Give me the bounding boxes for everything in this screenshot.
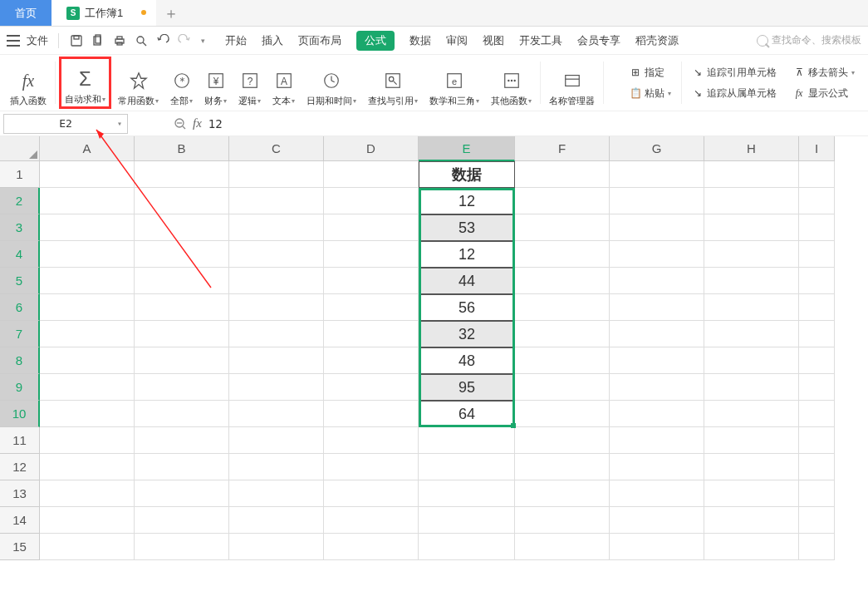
trace-dependents-button[interactable]: ↘追踪从属单元格 [687,85,782,102]
cell-A12[interactable] [40,454,135,480]
trace-precedents-button[interactable]: ↘追踪引用单元格 [687,64,782,81]
cell-H9[interactable] [704,374,799,401]
cells-area[interactable]: 数据125312445632489564 [40,161,835,560]
menu-tab-1[interactable]: 插入 [262,33,283,48]
column-headers[interactable]: ABCDEFGHI [40,136,835,161]
file-menu[interactable]: 文件 [27,33,48,48]
zoom-out-icon[interactable] [173,116,188,131]
row-header-3[interactable]: 3 [0,214,40,241]
cell-A9[interactable] [40,374,135,401]
dropdown-icon[interactable]: ▾ [199,33,207,48]
menu-tab-8[interactable]: 会员专享 [577,33,620,48]
cell-A6[interactable] [40,294,135,321]
cell-E8[interactable]: 48 [419,347,515,374]
cell-C15[interactable] [229,534,324,560]
cell-I8[interactable] [799,347,835,374]
cell-C7[interactable] [229,321,324,347]
cell-G13[interactable] [610,480,704,507]
menu-tab-2[interactable]: 页面布局 [298,33,341,48]
cell-I3[interactable] [799,214,835,241]
redo-icon[interactable] [177,33,192,48]
cell-E11[interactable] [419,427,515,454]
ribbon-logic[interactable]: ?逻辑▾ [233,57,266,109]
cell-F5[interactable] [515,268,610,294]
cell-D7[interactable] [324,321,419,347]
ribbon-finance[interactable]: ¥财务▾ [199,57,232,109]
cell-E10[interactable]: 64 [419,401,515,427]
row-header-13[interactable]: 13 [0,480,40,507]
print-icon[interactable] [112,33,127,48]
cell-E6[interactable]: 56 [419,294,515,321]
cell-F8[interactable] [515,347,610,374]
select-all-corner[interactable] [0,136,40,161]
cell-D10[interactable] [324,401,419,427]
cell-C4[interactable] [229,241,324,268]
name-box[interactable]: E2 ▾ [3,114,128,134]
cell-E1[interactable]: 数据 [419,161,515,188]
cell-F11[interactable] [515,427,610,454]
cell-F3[interactable] [515,214,610,241]
cell-G1[interactable] [610,161,704,188]
menu-tab-4[interactable]: 数据 [409,33,431,48]
save-icon[interactable] [69,33,84,48]
row-header-4[interactable]: 4 [0,241,40,268]
col-header-G[interactable]: G [610,136,704,161]
cell-I13[interactable] [799,480,835,507]
cell-F15[interactable] [515,534,610,560]
cell-I6[interactable] [799,294,835,321]
cell-I15[interactable] [799,534,835,560]
cell-I14[interactable] [799,507,835,534]
cell-F4[interactable] [515,241,610,268]
cell-E4[interactable]: 12 [419,241,515,268]
cell-C6[interactable] [229,294,324,321]
cell-H8[interactable] [704,347,799,374]
col-header-B[interactable]: B [135,136,229,161]
command-search[interactable]: 查找命令、搜索模板 [757,33,861,47]
ribbon-text[interactable]: A文本▾ [267,57,300,109]
cell-H13[interactable] [704,480,799,507]
cell-A7[interactable] [40,321,135,347]
cell-F2[interactable] [515,188,610,214]
cell-E15[interactable] [419,534,515,560]
undo-icon[interactable] [155,33,170,48]
ribbon-lookup[interactable]: 查找与引用▾ [363,57,423,109]
cell-F9[interactable] [515,374,610,401]
cell-H10[interactable] [704,401,799,427]
col-header-I[interactable]: I [799,136,835,161]
menu-tab-7[interactable]: 开发工具 [519,33,562,48]
ribbon-all[interactable]: ＊全部▾ [165,57,198,109]
cell-A13[interactable] [40,480,135,507]
cell-D11[interactable] [324,427,419,454]
menu-tab-0[interactable]: 开始 [225,33,247,48]
cell-F7[interactable] [515,321,610,347]
cell-D4[interactable] [324,241,419,268]
cell-D13[interactable] [324,480,419,507]
row-header-11[interactable]: 11 [0,427,40,454]
cell-D9[interactable] [324,374,419,401]
cell-E13[interactable] [419,480,515,507]
menu-tab-3[interactable]: 公式 [356,31,395,51]
cell-G6[interactable] [610,294,704,321]
ribbon-autosum[interactable]: Σ自动求和▾ [59,57,111,109]
menu-tab-5[interactable]: 审阅 [446,33,468,48]
col-header-E[interactable]: E [419,136,515,161]
cell-A2[interactable] [40,188,135,214]
cell-G7[interactable] [610,321,704,347]
cell-C9[interactable] [229,374,324,401]
cell-F12[interactable] [515,454,610,480]
cell-F10[interactable] [515,401,610,427]
cell-E3[interactable]: 53 [419,214,515,241]
cell-B3[interactable] [135,214,229,241]
cell-G10[interactable] [610,401,704,427]
cell-F14[interactable] [515,507,610,534]
menu-tab-9[interactable]: 稻壳资源 [635,33,679,48]
cell-E5[interactable]: 44 [419,268,515,294]
row-header-2[interactable]: 2 [0,188,40,214]
cell-H15[interactable] [704,534,799,560]
clipboard-icon[interactable] [91,33,105,48]
cell-G11[interactable] [610,427,704,454]
cell-D1[interactable] [324,161,419,188]
remove-arrows-button[interactable]: ⊼移去箭头▾ [788,64,860,81]
cell-I11[interactable] [799,427,835,454]
row-header-1[interactable]: 1 [0,161,40,188]
